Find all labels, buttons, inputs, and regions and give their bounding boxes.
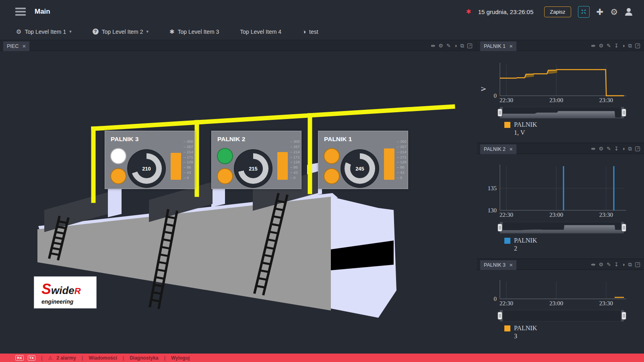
nav-item-test[interactable]: ◑ test (302, 29, 318, 35)
download-icon[interactable]: ↧ (614, 43, 619, 48)
fit-icon[interactable]: ⇹ (591, 43, 595, 48)
nav-item-label: test (309, 29, 318, 35)
gear-icon: ⚙ (16, 29, 21, 35)
save-button[interactable]: Zapisz (544, 6, 571, 17)
fullscreen-icon (580, 8, 587, 15)
piec-toolbar: ⇹⚙✎◑⧉↗ (431, 40, 472, 51)
pencil-icon[interactable]: ✎ (446, 43, 451, 48)
tab-piec[interactable]: PIEC ✕ (3, 41, 29, 51)
chart-panel-palnik3: PALNIK 3 ✕ ⇹⚙✎↧◑⧉↗ 22:3023:0023:300 PALN… (477, 259, 644, 354)
chart-legend[interactable]: PALNIK 1, V (504, 121, 537, 137)
close-icon[interactable]: ✕ (509, 147, 513, 152)
level-bar (171, 153, 181, 180)
burner-gauge: 245 (341, 150, 378, 187)
chart-toolbar: ⇹⚙✎↧◑⧉↗ (591, 40, 640, 51)
nav-bar: ⚙ Top Level Item 1 ▾ ? Top Level Item 2 … (0, 23, 644, 40)
gear-icon[interactable]: ⚙ (599, 262, 603, 267)
gear-icon[interactable]: ⚙ (599, 146, 603, 151)
contrast-icon[interactable]: ◑ (622, 43, 625, 48)
page-title: Main (35, 8, 50, 16)
close-icon[interactable]: ✕ (509, 263, 513, 268)
svg-text:23:30: 23:30 (599, 97, 613, 103)
chart-legend[interactable]: PALNIK 2 (504, 237, 537, 253)
chart-toolbar: ⇹⚙✎↧◑⧉↗ (591, 143, 640, 154)
external-icon[interactable]: ↗ (635, 43, 640, 48)
nav-item-4[interactable]: Top Level Item 4 (240, 29, 281, 35)
chart-column: PALNIK 1 ✕ ⇹⚙✎↧◑⧉↗ 22:3023:0023:300V PAL… (477, 40, 644, 354)
navigator-handle[interactable] (498, 109, 502, 116)
svg-text:135: 135 (488, 185, 497, 191)
pencil-icon[interactable]: ✎ (607, 146, 611, 151)
close-icon[interactable]: ✕ (509, 44, 513, 49)
copy-icon[interactable]: ⧉ (628, 146, 632, 151)
chart-toolbar: ⇹⚙✎↧◑⧉↗ (591, 259, 640, 270)
copy-icon[interactable]: ⧉ (460, 43, 464, 48)
logout-link[interactable]: Wyloguj (171, 355, 190, 361)
tab-palnik2[interactable]: PALNIK 2 ✕ (480, 144, 516, 154)
legend-swatch (504, 238, 510, 244)
chart-legend[interactable]: PALNIK 3 (504, 324, 537, 340)
external-icon[interactable]: ↗ (467, 43, 472, 48)
pencil-icon[interactable]: ✎ (607, 43, 611, 48)
navigator-handle[interactable] (622, 109, 626, 116)
nav-item-3[interactable]: ✱ Top Level Item 3 (169, 29, 219, 35)
burner-title: PALNIK 1 (324, 136, 352, 143)
fit-icon[interactable]: ⇹ (591, 146, 595, 151)
navigator-handle[interactable] (498, 312, 502, 319)
half-circle-icon: ◑ (302, 29, 306, 35)
gauge-value: 215 (249, 166, 258, 172)
contrast-icon[interactable]: ◑ (622, 262, 625, 267)
fit-icon[interactable]: ⇹ (591, 262, 595, 267)
menu-icon[interactable] (15, 8, 26, 16)
top-bar: Main ✱ 15 grudnia, 23:26:05 Zapisz ✚ ⚙ (0, 0, 644, 23)
indicator-lamp-bottom (324, 168, 340, 184)
close-icon[interactable]: ✕ (22, 44, 26, 49)
app-root: Main ✱ 15 grudnia, 23:26:05 Zapisz ✚ ⚙ (0, 0, 644, 362)
pencil-icon[interactable]: ✎ (607, 262, 611, 267)
legend-swatch (504, 325, 510, 331)
chevron-down-icon: ▾ (146, 29, 149, 34)
chevron-down-icon: ▾ (69, 29, 72, 34)
nav-item-2[interactable]: ? Top Level Item 2 ▾ (93, 29, 149, 35)
gear-icon[interactable]: ⚙ (438, 43, 443, 48)
contrast-icon[interactable]: ◑ (454, 43, 457, 48)
navigator-handle[interactable] (622, 224, 626, 231)
fullscreen-button[interactable] (578, 6, 590, 18)
svg-text:23:00: 23:00 (549, 97, 563, 103)
scale-ticks: – 300– 257– 214– 171– 129– 86– 43– 0 (290, 140, 300, 180)
piec-panel: PIEC ✕ ⇹⚙✎◑⧉↗ (0, 40, 477, 354)
diagnostics-link[interactable]: Diagnostyka (130, 355, 158, 361)
navigator-handle[interactable] (622, 312, 626, 319)
contrast-icon[interactable]: ◑ (622, 146, 625, 151)
piec-canvas: PALNIK 3 210 – 300– 257– 214– 171– 129– … (0, 51, 477, 354)
messages-link[interactable]: Wiadomości (89, 355, 117, 361)
burner-panel-palnik3: PALNIK 3 210 – 300– 257– 214– 171– 129– … (105, 131, 195, 189)
copy-icon[interactable]: ⧉ (628, 43, 632, 48)
navigator-track[interactable] (500, 310, 624, 321)
navigator-handle[interactable] (498, 224, 502, 231)
svg-text:0: 0 (494, 296, 497, 302)
svg-text:22:30: 22:30 (500, 212, 513, 218)
chart-area: 22:3023:0023:300V (477, 51, 644, 143)
user-icon[interactable] (625, 8, 633, 16)
asterisk-icon: ✱ (169, 29, 175, 35)
tab-palnik1[interactable]: PALNIK 1 ✕ (480, 41, 516, 51)
external-icon[interactable]: ↗ (635, 146, 640, 151)
burner-panel-palnik1: PALNIK 1 245 – 300– 257– 214– 171– 129– … (318, 131, 408, 189)
nav-item-1[interactable]: ⚙ Top Level Item 1 ▾ (16, 29, 72, 35)
indicator-lamp-bottom (110, 168, 126, 184)
svg-text:23:00: 23:00 (549, 212, 563, 218)
settings-gear-icon[interactable]: ⚙ (610, 8, 618, 16)
add-icon[interactable]: ✚ (597, 8, 604, 16)
tx-badge: TX (28, 355, 36, 361)
fit-icon[interactable]: ⇹ (431, 43, 435, 48)
download-icon[interactable]: ↧ (614, 262, 619, 267)
burner-title: PALNIK 2 (217, 136, 245, 143)
alarms-link[interactable]: 2 alarmy (56, 355, 76, 361)
gear-icon[interactable]: ⚙ (599, 43, 603, 48)
external-icon[interactable]: ↗ (635, 262, 640, 267)
download-icon[interactable]: ↧ (614, 146, 619, 151)
nav-item-label: Top Level Item 1 (25, 29, 66, 35)
copy-icon[interactable]: ⧉ (628, 262, 632, 267)
tab-palnik3[interactable]: PALNIK 3 ✕ (480, 260, 516, 270)
